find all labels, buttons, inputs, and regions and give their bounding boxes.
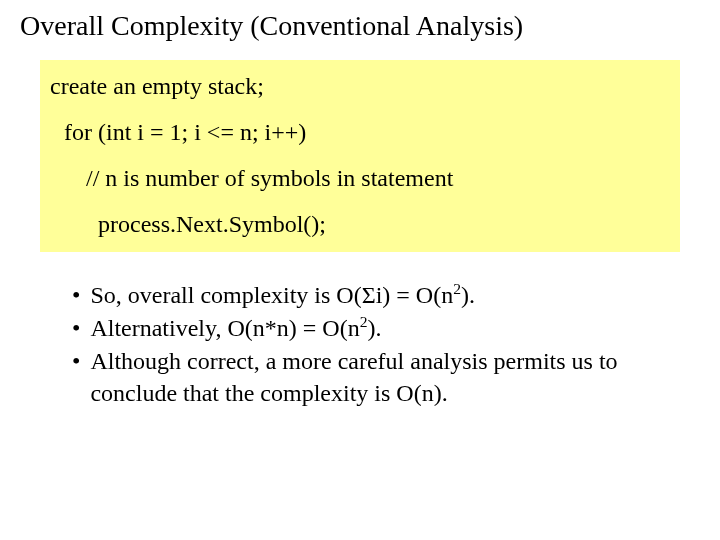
bullet-marker: • — [72, 280, 80, 311]
bullet-1-sup: 2 — [453, 280, 461, 297]
code-line-1: create an empty stack; — [50, 68, 670, 104]
bullet-item-1: • So, overall complexity is O(Σi) = O(n2… — [72, 280, 660, 311]
bullet-item-3: • Although correct, a more careful analy… — [72, 346, 660, 408]
bullet-marker: • — [72, 313, 80, 344]
code-line-3: // n is number of symbols in statement — [86, 160, 670, 196]
slide-title: Overall Complexity (Conventional Analysi… — [20, 10, 690, 42]
bullet-text-1: So, overall complexity is O(Σi) = O(n2). — [90, 280, 660, 311]
bullet-text-2: Alternatively, O(n*n) = O(n2). — [90, 313, 660, 344]
bullet-item-2: • Alternatively, O(n*n) = O(n2). — [72, 313, 660, 344]
code-line-4: process.Next.Symbol(); — [98, 206, 670, 242]
bullet-1-sigma: Σ — [362, 282, 376, 308]
bullet-1-prefix: So, overall complexity is O( — [90, 282, 361, 308]
code-block: create an empty stack; for (int i = 1; i… — [40, 60, 680, 252]
bullet-list: • So, overall complexity is O(Σi) = O(n2… — [72, 280, 660, 409]
bullet-marker: • — [72, 346, 80, 377]
bullet-2-prefix: Alternatively, O(n*n) = O(n — [90, 315, 359, 341]
code-line-2: for (int i = 1; i <= n; i++) — [64, 114, 670, 150]
bullet-text-3: Although correct, a more careful analysi… — [90, 346, 660, 408]
bullet-1-mid: i) = O(n — [376, 282, 454, 308]
bullet-2-suffix: ). — [367, 315, 381, 341]
bullet-1-suffix: ). — [461, 282, 475, 308]
